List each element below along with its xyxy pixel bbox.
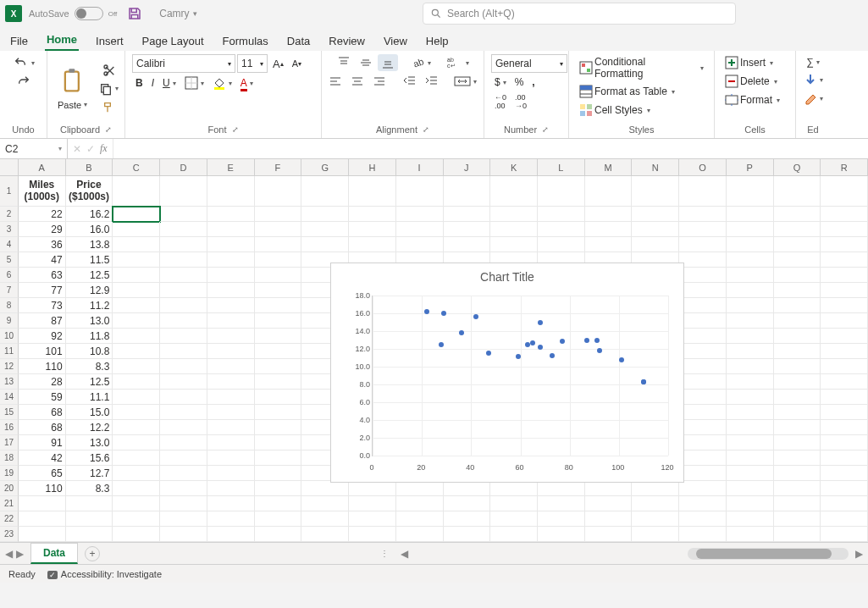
cell[interactable]: Price ($1000s) [66,176,113,207]
cell[interactable] [349,207,396,222]
cell[interactable] [821,435,868,450]
cell[interactable] [255,466,302,481]
cell[interactable] [113,298,160,313]
align-left-button[interactable] [325,73,346,90]
cell[interactable] [19,511,66,527]
font-size-select[interactable]: 11▾ [237,54,268,73]
tab-help[interactable]: Help [424,31,451,51]
cell[interactable] [585,176,633,207]
cell[interactable] [727,298,774,313]
cell[interactable] [490,481,538,496]
cell[interactable] [160,435,207,450]
autosum-button[interactable]: ∑ [803,54,823,69]
row-header[interactable]: 3 [0,222,19,237]
cell[interactable] [113,450,160,466]
column-header[interactable]: M [585,159,633,175]
data-point[interactable] [619,357,624,362]
row-header[interactable]: 17 [0,435,19,450]
fx-button[interactable]: fx [100,142,108,155]
save-button[interactable] [124,4,146,23]
cell[interactable] [444,511,491,527]
hscroll-right[interactable]: ▶ [855,548,863,560]
cell[interactable] [255,435,302,450]
tab-insert[interactable]: Insert [94,31,125,51]
cell[interactable] [727,359,774,374]
cut-button[interactable] [96,62,122,79]
cell[interactable] [727,527,774,542]
cell[interactable] [774,268,821,283]
bold-button[interactable]: B [132,75,147,91]
cell[interactable] [113,268,160,283]
cell[interactable] [774,207,821,222]
cell[interactable] [255,252,302,268]
cell[interactable] [679,237,727,252]
cell[interactable] [160,344,207,359]
cell[interactable] [679,450,727,466]
cell[interactable] [821,298,868,313]
cell[interactable] [821,390,868,405]
cell[interactable]: 12.5 [66,268,113,283]
cell[interactable] [113,390,160,405]
cell[interactable] [349,176,396,207]
clipboard-launcher[interactable]: ⤢ [105,125,112,134]
underline-button[interactable]: U [159,75,180,91]
cell[interactable] [207,298,255,313]
cell[interactable] [113,481,160,496]
cell[interactable]: 8.3 [66,481,113,496]
cell[interactable] [632,527,679,542]
cell[interactable] [349,222,396,237]
tab-review[interactable]: Review [327,31,367,51]
row-header[interactable]: 22 [0,511,19,527]
cell[interactable]: 77 [19,283,66,298]
cell[interactable] [113,313,160,329]
cell[interactable]: 16.2 [66,207,113,222]
cell[interactable] [727,511,774,527]
cell[interactable] [255,527,302,542]
cell[interactable] [19,527,66,542]
cell[interactable] [255,344,302,359]
cell[interactable] [727,207,774,222]
cell[interactable] [396,511,444,527]
sheet-tab-data[interactable]: Data [30,543,78,564]
cell[interactable] [727,420,774,435]
cell[interactable] [679,359,727,374]
cell[interactable] [160,511,207,527]
cell[interactable] [255,496,302,511]
cell[interactable] [301,222,349,237]
clear-button[interactable] [800,90,827,107]
cell[interactable] [255,268,302,283]
cell[interactable] [632,176,679,207]
tab-home[interactable]: Home [45,30,79,51]
cell[interactable]: 101 [19,344,66,359]
tab-view[interactable]: View [382,31,409,51]
hscroll-thumb[interactable] [696,549,832,559]
cell[interactable] [160,374,207,390]
cell[interactable] [301,496,349,511]
sheet-nav-prev[interactable]: ◀ [5,548,13,560]
cell[interactable] [160,450,207,466]
cell[interactable] [585,496,633,511]
cell[interactable] [160,176,207,207]
cell[interactable]: Miles (1000s) [19,176,66,207]
cell[interactable] [160,405,207,420]
cell[interactable] [821,313,868,329]
autosave-toggle[interactable]: AutoSave Off [29,7,117,20]
cell[interactable] [774,496,821,511]
cell[interactable]: 15.0 [66,405,113,420]
format-as-table-button[interactable]: Format as Table [576,83,707,100]
cell[interactable] [774,222,821,237]
cell[interactable] [207,313,255,329]
cell[interactable] [301,176,349,207]
cell[interactable] [255,176,302,207]
cell[interactable] [774,405,821,420]
cell[interactable] [679,283,727,298]
cell[interactable] [255,237,302,252]
worksheet-grid[interactable]: ABCDEFGHIJKLMNOPQR 1Miles (1000s)Price (… [0,159,868,542]
cell[interactable] [538,511,585,527]
cell[interactable] [160,283,207,298]
increase-font-button[interactable]: A▴ [269,56,287,72]
cell[interactable] [679,313,727,329]
cell[interactable] [679,527,727,542]
cell[interactable] [255,374,302,390]
insert-cells-button[interactable]: Insert [721,54,788,71]
